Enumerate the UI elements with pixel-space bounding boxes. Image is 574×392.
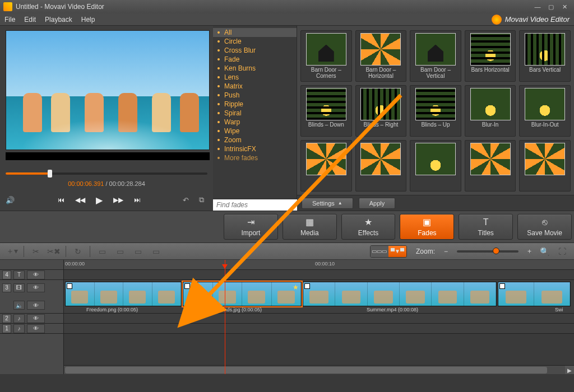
- category-wipe[interactable]: Wipe: [213, 127, 297, 136]
- clip-label: Summer.mp4 (0:00:08): [367, 307, 418, 312]
- track-2[interactable]: [64, 314, 574, 324]
- category-cross-blur[interactable]: Cross Blur: [213, 46, 297, 55]
- menu-edit[interactable]: Edit: [24, 16, 36, 24]
- fade-blinds-right[interactable]: Blinds – Right: [355, 85, 407, 137]
- fade-barn-door-corners[interactable]: Barn Door – Corners: [300, 30, 352, 82]
- category-lens[interactable]: Lens: [213, 73, 297, 82]
- maximize-button[interactable]: ▢: [545, 2, 557, 11]
- category-matrix[interactable]: Matrix: [213, 82, 297, 91]
- track-4[interactable]: [64, 270, 574, 280]
- menu-playback[interactable]: Playback: [45, 16, 72, 24]
- zoom-slider[interactable]: [457, 250, 519, 253]
- fades-grid[interactable]: Barn Door – Corners Barn Door – Horizont…: [297, 26, 574, 195]
- toolbar-icon-2[interactable]: ▭: [113, 245, 127, 258]
- import-button[interactable]: ⇥Import: [224, 214, 278, 240]
- track-3[interactable]: Freedom.png (0:00:05) ★ Friends.jpg (0:0…: [64, 280, 574, 314]
- category-circle[interactable]: Circle: [213, 37, 297, 46]
- fade-item[interactable]: [300, 140, 352, 192]
- fullscreen-button[interactable]: ⛶: [555, 245, 570, 258]
- effects-button[interactable]: ★Effects: [341, 214, 396, 240]
- crop-button[interactable]: ⧉: [195, 194, 207, 206]
- toolbar-icon-3[interactable]: ▭: [131, 245, 145, 258]
- add-track-button[interactable]: ＋▾: [4, 245, 19, 258]
- scrubber-handle[interactable]: [48, 170, 52, 178]
- fade-item[interactable]: [410, 140, 461, 192]
- fade-barn-door-vertical[interactable]: Barn Door – Vertical: [410, 30, 461, 82]
- fade-blinds-down[interactable]: Blinds – Down: [300, 85, 352, 137]
- undo-button[interactable]: ↶: [179, 194, 192, 206]
- visibility-icon[interactable]: 👁: [27, 270, 45, 279]
- fade-blinds-up[interactable]: Blinds – Up: [410, 85, 461, 137]
- visibility-icon[interactable]: 👁: [27, 314, 45, 323]
- find-fades-input[interactable]: [213, 199, 304, 211]
- minimize-button[interactable]: —: [531, 2, 544, 11]
- cut-remove-button[interactable]: ✂✖: [47, 245, 61, 258]
- forward-button[interactable]: ▶▶: [111, 193, 126, 207]
- timeline-view-button[interactable]: ▀▼▀: [388, 246, 406, 257]
- fade-item[interactable]: [355, 140, 407, 192]
- rewind-button[interactable]: ◀◀: [73, 193, 87, 207]
- menu-file[interactable]: File: [4, 16, 15, 24]
- category-fade[interactable]: Fade: [213, 55, 297, 64]
- clip-friends[interactable]: ★: [183, 282, 302, 306]
- track-header-3[interactable]: 3🎞👁 🔈👁: [0, 280, 63, 314]
- zoom-slider-handle[interactable]: [493, 248, 499, 254]
- star-icon: ★: [364, 217, 372, 227]
- zoom-out-button[interactable]: −: [442, 248, 450, 255]
- play-button[interactable]: ▶: [92, 193, 107, 207]
- fade-bars-vertical[interactable]: Bars Vertical: [519, 30, 571, 82]
- track-header-2[interactable]: 2 ♪ 👁: [0, 314, 63, 324]
- fade-item[interactable]: [519, 140, 571, 192]
- rotate-button[interactable]: ↻: [71, 245, 85, 258]
- fit-zoom-button[interactable]: 🔍: [537, 245, 552, 258]
- media-button[interactable]: ▦Media: [283, 214, 337, 240]
- storyboard-view-button[interactable]: ▭▭▭: [371, 246, 388, 257]
- track-1[interactable]: [64, 324, 574, 334]
- category-zoom[interactable]: Zoom: [213, 136, 297, 144]
- clip-freedom[interactable]: [65, 282, 182, 306]
- fades-button[interactable]: ▣Fades: [400, 214, 454, 240]
- mute-icon[interactable]: 👁: [27, 301, 45, 310]
- scrubber-track[interactable]: [6, 172, 207, 175]
- category-spiral[interactable]: Spiral: [213, 109, 297, 118]
- save-movie-button[interactable]: ⎋Save Movie: [517, 214, 572, 240]
- volume-icon[interactable]: 🔊: [6, 196, 15, 204]
- clip-summer[interactable]: [303, 282, 497, 306]
- skip-end-button[interactable]: ⏭: [130, 193, 145, 207]
- category-warp[interactable]: Warp: [213, 118, 297, 127]
- toolbar-icon-1[interactable]: ▭: [95, 245, 109, 258]
- fade-item[interactable]: [465, 140, 516, 192]
- fades-apply-button[interactable]: Apply: [359, 198, 396, 209]
- skip-start-button[interactable]: ⏮: [54, 193, 68, 207]
- ruler[interactable]: 00:00:00 00:00:10: [64, 260, 574, 270]
- scrollbar-thumb[interactable]: [65, 367, 547, 374]
- track-body[interactable]: 00:00:00 00:00:10 Freedom.png (0:00:05) …: [64, 260, 574, 374]
- category-all[interactable]: All: [213, 28, 297, 37]
- playhead[interactable]: [225, 260, 225, 374]
- visibility-icon[interactable]: 👁: [27, 283, 45, 292]
- toolbar-icon-4[interactable]: ▭: [149, 245, 163, 258]
- track-header-1[interactable]: 1 ♪ 👁: [0, 324, 63, 334]
- track-header-4[interactable]: 4 T 👁: [0, 270, 63, 280]
- category-ripple[interactable]: Ripple: [213, 100, 297, 109]
- menu-help[interactable]: Help: [81, 16, 95, 24]
- category-intrinsicfx[interactable]: IntrinsicFX: [213, 144, 297, 153]
- cut-button[interactable]: ✂: [29, 245, 43, 258]
- h-scrollbar[interactable]: ▶: [64, 365, 574, 374]
- zoom-in-button[interactable]: +: [525, 248, 534, 255]
- category-push[interactable]: Push: [213, 91, 297, 100]
- preview-player[interactable]: [6, 30, 210, 150]
- fade-blur-in[interactable]: Blur-In: [465, 85, 516, 137]
- category-ken-burns[interactable]: Ken Burns: [213, 64, 297, 73]
- scroll-right-button[interactable]: ▶: [565, 366, 574, 374]
- clip-swim[interactable]: [498, 282, 571, 306]
- titles-button[interactable]: TTitles: [459, 214, 513, 240]
- category-scroll[interactable]: All Circle Cross Blur Fade Ken Burns Len…: [213, 26, 297, 199]
- fades-settings-button[interactable]: Settings▲: [302, 198, 353, 209]
- category-more-fades[interactable]: More fades: [213, 153, 297, 162]
- fade-barn-door-horizontal[interactable]: Barn Door – Horizontal: [355, 30, 407, 82]
- fade-bars-horizontal[interactable]: Bars Horizontal: [465, 30, 516, 82]
- visibility-icon[interactable]: 👁: [27, 324, 45, 333]
- fade-blur-in-out[interactable]: Blur-In-Out: [519, 85, 571, 137]
- close-button[interactable]: ✕: [558, 2, 571, 11]
